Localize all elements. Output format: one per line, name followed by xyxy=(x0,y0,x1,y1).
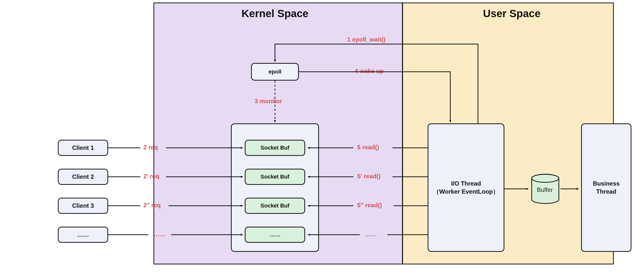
region-divider xyxy=(402,3,403,264)
socket-buf-4: …… xyxy=(245,227,305,243)
io-thread-label-2: （Worker EventLoop） xyxy=(433,188,499,196)
io-thread-label-1: I/O Thread xyxy=(451,180,481,188)
label-monitor: 3 monitor xyxy=(255,98,282,105)
label-req-3: 2'' req xyxy=(143,202,161,209)
label-req-2: 2' req xyxy=(143,173,159,180)
business-thread-box: Business Thread xyxy=(581,123,631,252)
business-thread-label-1: Business xyxy=(593,180,620,188)
kernel-space-title: Kernel Space xyxy=(242,8,308,20)
label-req-1: 2 req xyxy=(143,144,158,151)
label-read-2: 5' read() xyxy=(357,173,380,180)
label-wakeup: 4 wake up xyxy=(355,67,384,75)
client-2-box: Client 2 xyxy=(58,169,108,185)
socket-buf-1: Socket Buf xyxy=(245,140,305,156)
io-thread-box: I/O Thread （Worker EventLoop） xyxy=(428,123,504,252)
label-read-3: 5'' read() xyxy=(357,202,382,209)
label-read-4: …… xyxy=(365,231,377,238)
buffer-label: Buffer xyxy=(537,186,553,193)
client-1-box: Client 1 xyxy=(58,140,108,156)
user-space-title: User Space xyxy=(483,8,541,20)
epoll-box: epoll xyxy=(251,63,299,81)
client-more-box: …… xyxy=(58,227,108,243)
client-3-box: Client 3 xyxy=(58,198,108,214)
label-read-1: 5 read() xyxy=(357,144,379,151)
label-req-4: …… xyxy=(153,231,166,238)
label-epoll-wait: 1 epoll_wait() xyxy=(347,36,385,43)
socket-buf-3: Socket Buf xyxy=(245,198,305,214)
diagram-canvas: Kernel Space User Space Client 1 Client … xyxy=(0,0,644,276)
business-thread-label-2: Thread xyxy=(596,188,616,196)
socket-buf-2: Socket Buf xyxy=(245,169,305,185)
